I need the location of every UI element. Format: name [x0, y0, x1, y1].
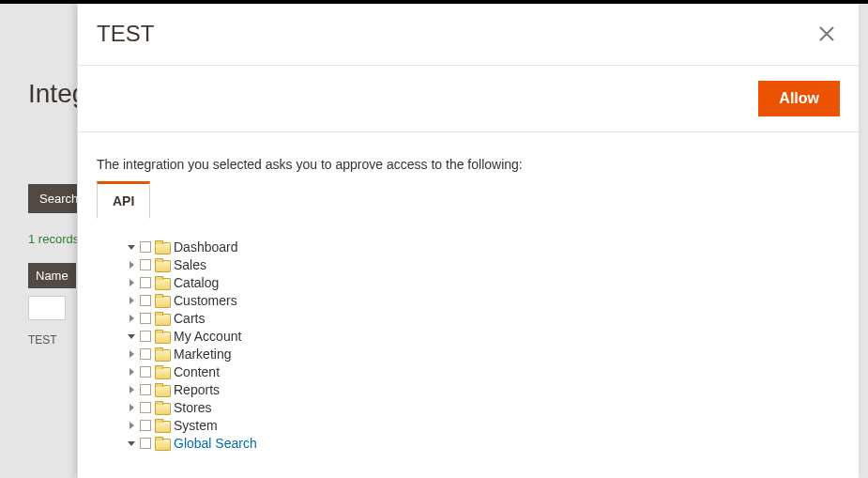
folder-icon — [155, 240, 170, 254]
resource-tree: DashboardSalesCatalogCustomersCartsMy Ac… — [97, 238, 840, 452]
tree-node: Marketing — [127, 345, 840, 362]
tree-node-label[interactable]: Carts — [174, 311, 205, 326]
folder-icon — [155, 294, 170, 307]
folder-icon — [155, 312, 170, 325]
tree-checkbox[interactable] — [140, 402, 151, 413]
tree-collapse-icon[interactable] — [127, 332, 136, 340]
tree-checkbox[interactable] — [140, 348, 151, 360]
tree-checkbox[interactable] — [140, 259, 151, 270]
permission-message: The integration you selected asks you to… — [97, 157, 840, 172]
folder-icon — [155, 383, 170, 396]
tree-node-label[interactable]: Stores — [174, 400, 211, 415]
close-button[interactable] — [814, 21, 840, 50]
tree-expand-icon[interactable] — [127, 315, 136, 322]
tree-expand-icon[interactable] — [127, 386, 136, 393]
folder-icon — [155, 401, 170, 414]
tree-expand-icon[interactable] — [127, 404, 136, 411]
tree-node-label[interactable]: Reports — [174, 382, 220, 397]
modal-body: The integration you selected asks you to… — [78, 132, 859, 478]
tree-checkbox[interactable] — [140, 331, 151, 342]
folder-icon — [155, 419, 170, 432]
tree-checkbox[interactable] — [140, 277, 151, 288]
tree-node: Stores — [127, 398, 840, 416]
folder-icon — [155, 258, 170, 271]
tree-node-label[interactable]: System — [174, 418, 218, 433]
tab-api[interactable]: API — [97, 181, 150, 219]
tree-node-label[interactable]: Customers — [174, 293, 237, 308]
allow-button[interactable]: Allow — [758, 81, 840, 116]
tree-expand-icon[interactable] — [127, 297, 136, 304]
tree-node-label[interactable]: Content — [174, 364, 220, 379]
tree-node-label[interactable]: Catalog — [174, 275, 219, 290]
tree-checkbox[interactable] — [140, 384, 151, 395]
folder-icon — [155, 347, 170, 361]
tree-expand-icon[interactable] — [127, 368, 136, 376]
tree-checkbox[interactable] — [140, 295, 151, 306]
tree-node-label[interactable]: Marketing — [174, 347, 231, 362]
tree-checkbox[interactable] — [140, 241, 151, 253]
modal-action-bar: Allow — [78, 65, 859, 132]
tree-expand-icon[interactable] — [127, 261, 136, 269]
tree-node: Dashboard — [127, 238, 840, 255]
tree-node-label[interactable]: Global Search — [174, 436, 257, 451]
folder-icon — [155, 330, 170, 343]
tree-expand-icon[interactable] — [127, 350, 136, 358]
tree-checkbox[interactable] — [140, 420, 151, 431]
tree-checkbox[interactable] — [140, 438, 151, 449]
tree-expand-icon[interactable] — [127, 422, 136, 429]
folder-icon — [155, 365, 170, 378]
tree-collapse-icon[interactable] — [127, 439, 136, 447]
tree-collapse-icon[interactable] — [127, 243, 136, 251]
tree-node: Catalog — [127, 273, 840, 291]
tree-node: System — [127, 416, 840, 434]
modal-title: TEST — [97, 21, 154, 47]
tree-expand-icon[interactable] — [127, 279, 136, 286]
tree-node: Content — [127, 362, 840, 380]
folder-icon — [155, 276, 170, 289]
tree-node: Customers — [127, 291, 840, 309]
tree-node: Carts — [127, 309, 840, 327]
tree-node-label[interactable]: Sales — [174, 257, 206, 272]
tree-node-label[interactable]: My Account — [174, 329, 241, 344]
tree-node-label[interactable]: Dashboard — [174, 239, 238, 254]
tree-node: Global Search — [127, 434, 840, 452]
filter-input[interactable] — [28, 296, 66, 320]
permissions-modal: TEST Allow The integration you selected … — [77, 4, 859, 478]
folder-icon — [155, 437, 170, 450]
tree-checkbox[interactable] — [140, 366, 151, 378]
tree-node: Sales — [127, 255, 840, 273]
tabs: API — [97, 181, 840, 219]
table-header-name: Name — [28, 263, 76, 288]
tree-node: My Account — [127, 327, 840, 345]
tree-checkbox[interactable] — [140, 313, 151, 324]
modal-header: TEST — [78, 4, 859, 65]
close-icon — [817, 24, 836, 43]
tree-node: Reports — [127, 380, 840, 398]
